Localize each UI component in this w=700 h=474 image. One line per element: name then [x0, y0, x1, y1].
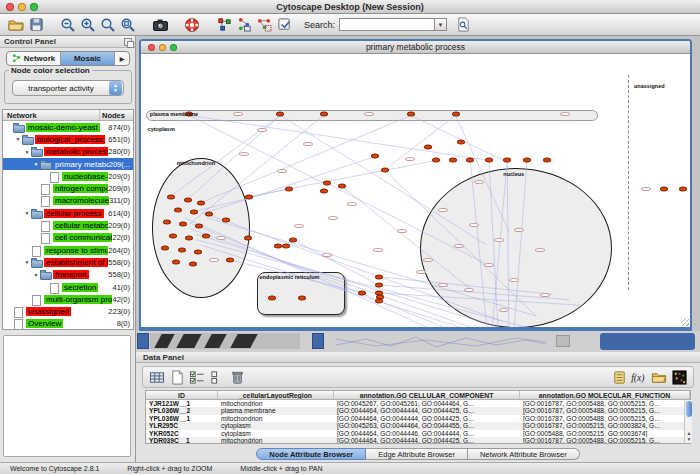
gene-label-oval[interactable]	[423, 258, 433, 262]
tree-row[interactable]: macromolecule311(0)	[3, 195, 133, 207]
tab-mosaic[interactable]: Mosaic	[61, 52, 115, 65]
gene-node[interactable]	[244, 235, 252, 240]
table-column-header[interactable]: _cellularLayoutRegion	[218, 391, 334, 399]
table-row[interactable]: YPL036W__1mitochondrion[GO:0044464, GO:0…	[146, 415, 690, 422]
search-dropdown-arrow[interactable]: ▼	[435, 18, 447, 31]
gene-label-oval[interactable]	[277, 169, 287, 173]
gene-node[interactable]	[503, 158, 511, 163]
tree-row[interactable]: unassigned223(0)	[3, 305, 133, 317]
gene-node[interactable]	[184, 197, 192, 202]
gene-label-oval[interactable]	[494, 238, 504, 242]
minimize-window-icon[interactable]	[18, 3, 26, 11]
disclosure-triangle-icon[interactable]: ▼	[23, 149, 31, 155]
gene-node[interactable]	[381, 168, 389, 173]
float-panel-icon[interactable]	[124, 38, 132, 46]
network-edge[interactable]	[470, 162, 486, 327]
table-row[interactable]: YJR121W__1mitochondrion[GO:0045267, GO:0…	[146, 400, 690, 407]
gene-node[interactable]	[202, 233, 210, 238]
network-edge[interactable]	[201, 212, 503, 321]
gene-node[interactable]	[179, 221, 187, 226]
disclosure-triangle-icon[interactable]: ▼	[23, 259, 31, 265]
gene-node[interactable]	[163, 219, 171, 224]
tree-row[interactable]: mosaic-demo-yeast874(0)	[3, 121, 133, 133]
gene-label-oval[interactable]	[364, 112, 374, 116]
table-row[interactable]: YDR039C__1mitochondrion[GO:0044464, GO:0…	[146, 437, 690, 444]
gene-label-oval[interactable]	[535, 248, 545, 252]
tree-row[interactable]: cell communicat22(0)	[3, 232, 133, 244]
open-attributes-icon[interactable]	[649, 368, 669, 386]
layout-nodes-icon-1[interactable]	[234, 15, 254, 34]
gene-label-oval[interactable]	[397, 229, 407, 233]
gene-node[interactable]	[432, 158, 440, 163]
tree-row[interactable]: ▼biological_process651(0)	[3, 133, 133, 145]
network-edge[interactable]	[456, 115, 509, 231]
close-window-icon[interactable]	[6, 3, 14, 11]
tab-node-attribute-browser[interactable]: Node Attribute Browser	[256, 448, 366, 460]
gene-label-oval[interactable]	[303, 142, 313, 146]
gene-node[interactable]	[185, 235, 193, 240]
gene-node[interactable]	[189, 261, 197, 266]
gene-node[interactable]	[375, 274, 383, 279]
gene-node[interactable]	[660, 186, 668, 191]
gene-label-oval[interactable]	[257, 128, 267, 132]
zoom-fit-icon[interactable]	[98, 15, 118, 34]
gene-node[interactable]	[457, 140, 465, 145]
zoom-out-icon[interactable]	[58, 15, 78, 34]
vizmap-nodes-icon[interactable]	[214, 15, 234, 34]
table-column-header[interactable]: annotation.GO CELLULAR_COMPONENT	[334, 391, 520, 399]
gene-node[interactable]	[407, 112, 415, 117]
gene-node[interactable]	[174, 207, 182, 212]
gene-label-oval[interactable]	[216, 236, 226, 240]
network-edge[interactable]	[492, 162, 507, 327]
search-input[interactable]	[339, 18, 435, 31]
tree-col-nodes[interactable]: Nodes	[100, 110, 133, 120]
gene-label-oval[interactable]	[233, 112, 243, 116]
network-edge[interactable]	[327, 183, 487, 264]
gene-label-oval[interactable]	[560, 112, 570, 116]
tree-row[interactable]: nitrogen compo209(0)	[3, 182, 133, 194]
network-edge[interactable]	[411, 115, 503, 160]
table-scrollbar-arrows[interactable]: ▲▼	[685, 429, 693, 443]
gene-label-oval[interactable]	[239, 152, 249, 156]
network-edge[interactable]	[514, 162, 527, 327]
search-options-icon[interactable]	[453, 15, 473, 34]
gene-node[interactable]	[289, 237, 297, 242]
tree-row[interactable]: ▼establishment of lo558(0)	[3, 256, 133, 268]
attribute-table[interactable]: ID_cellularLayoutRegionannotation.GO CEL…	[145, 390, 691, 444]
table-row[interactable]: YPL036W__2plasma membrane[GO:0044464, GO…	[146, 407, 690, 414]
disclosure-triangle-icon[interactable]: ▼	[14, 136, 22, 142]
gene-label-oval[interactable]	[474, 180, 484, 184]
gene-label-oval[interactable]	[509, 278, 519, 282]
network-edge[interactable]	[507, 162, 509, 327]
gene-node[interactable]	[485, 158, 493, 163]
table-column-header[interactable]: ID	[146, 391, 218, 399]
formula-builder-icon[interactable]: f(x)	[629, 368, 649, 386]
gene-label-oval[interactable]	[328, 216, 338, 220]
network-edge[interactable]	[196, 234, 498, 327]
network-edge[interactable]	[201, 245, 459, 327]
zoom-in-icon[interactable]	[78, 15, 98, 34]
help-life-ring-icon[interactable]	[182, 15, 202, 34]
table-scrollbar[interactable]: ▲▼	[684, 400, 692, 443]
table-row[interactable]: YLR295Ccytoplasm[GO:0045263, GO:0044464,…	[146, 422, 690, 429]
minimize-view-icon[interactable]	[159, 44, 166, 51]
gene-node[interactable]	[161, 245, 169, 250]
tree-row[interactable]: cellular metabo209(0)	[3, 219, 133, 231]
table-scrollbar-thumb[interactable]	[686, 401, 692, 417]
gene-node[interactable]	[523, 158, 531, 163]
tree-row[interactable]: response to stimulu264(0)	[3, 244, 133, 256]
gene-node[interactable]	[205, 211, 213, 216]
gene-node[interactable]	[274, 243, 282, 248]
gene-node[interactable]	[167, 194, 175, 199]
import-attributes-icon[interactable]	[609, 368, 629, 386]
tree-row[interactable]: multi-organism pro42(0)	[3, 293, 133, 305]
network-edge[interactable]	[190, 229, 470, 327]
background-window-strip[interactable]	[136, 331, 700, 352]
gene-node[interactable]	[320, 112, 328, 117]
gene-label-oval[interactable]	[454, 244, 464, 248]
gene-label-oval[interactable]	[469, 223, 479, 227]
tab-network-attribute-browser[interactable]: Network Attribute Browser	[468, 448, 580, 460]
gene-label-oval[interactable]	[438, 283, 448, 287]
gene-node[interactable]	[282, 243, 290, 248]
gene-node[interactable]	[245, 194, 253, 199]
